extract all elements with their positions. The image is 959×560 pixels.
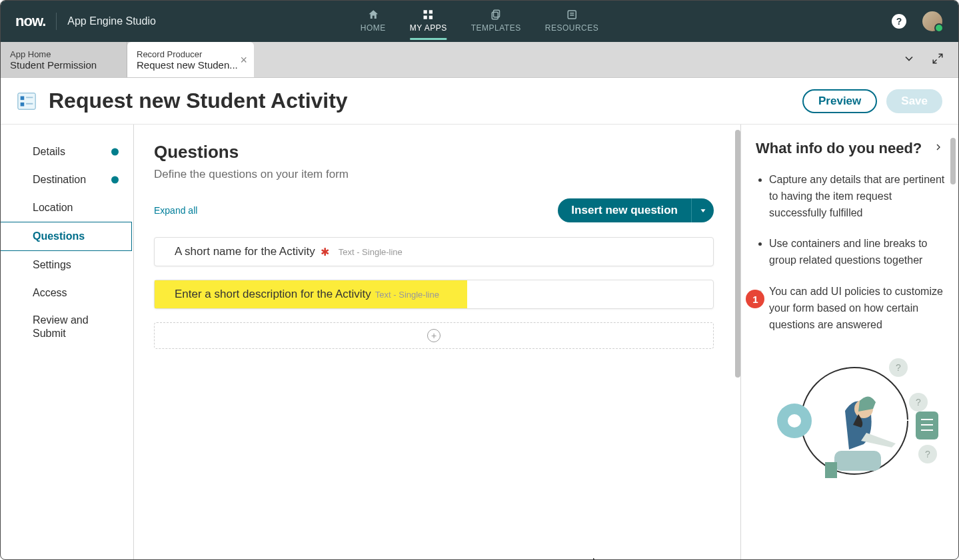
nav-label: RESOURCES [545,23,599,33]
preview-button[interactable]: Preview [802,89,877,113]
nav-resources[interactable]: RESOURCES [545,3,599,40]
fullscreen-icon[interactable] [932,53,944,67]
sidebar-item-label: Questions [33,230,85,242]
tab-strip: App Home Student Permission Record Produ… [1,42,958,78]
nav-label: HOME [361,23,386,33]
questions-heading: Questions [154,142,714,162]
center-pane: Questions Define the questions on your i… [134,125,740,560]
svg-rect-13 [21,102,25,106]
home-icon [367,9,379,21]
sidebar: Details Destination Location Questions S… [1,125,134,560]
page-title: Request new Student Activity [49,89,348,113]
logo: now. [15,13,45,30]
sidebar-item-label: Settings [33,259,71,270]
help-icon[interactable]: ? [892,14,906,29]
insert-question-button[interactable]: Insert new question [558,198,691,222]
top-nav-right: ? [892,11,958,31]
add-question-row[interactable]: + [154,322,714,349]
top-nav-center: HOME MY APPS TEMPLATES RESOURCES [361,3,598,40]
main: Details Destination Location Questions S… [1,125,958,560]
sidebar-item-label: Destination [33,174,86,185]
page-actions: Preview Save [802,89,942,113]
brand-app-name: App Engine Studio [67,15,156,27]
chevron-down-icon[interactable] [902,52,916,68]
plus-icon: + [427,329,441,342]
callout-badge: 1 [746,290,764,308]
question-card-highlighted[interactable]: Enter a short description for the Activi… [154,280,714,309]
save-button: Save [886,89,942,113]
svg-text:?: ? [896,362,901,373]
question-type: Text - Single-line [339,247,403,257]
sidebar-item-settings[interactable]: Settings [1,251,133,279]
svg-rect-3 [429,15,433,19]
question-type: Text - Single-line [375,290,439,300]
svg-rect-4 [493,10,499,17]
nav-label: TEMPLATES [471,23,521,33]
top-nav: now. App Engine Studio HOME MY APPS TEMP… [1,1,958,42]
svg-text:?: ? [925,449,930,459]
sidebar-item-location[interactable]: Location [1,194,133,222]
nav-templates[interactable]: TEMPLATES [471,3,521,40]
apps-grid-icon [423,9,435,21]
svg-marker-16 [700,209,705,212]
svg-rect-30 [834,451,881,471]
page-header: Request new Student Activity Preview Sav… [1,78,958,125]
templates-icon [490,9,502,21]
svg-rect-0 [424,10,427,13]
close-icon[interactable]: × [240,53,247,67]
tab-subtitle: Request new Studen... [137,59,245,71]
help-illustration: ? ? ? [756,348,946,483]
sidebar-item-label: Location [33,202,73,213]
expand-all-link[interactable]: Expand all [154,205,197,216]
brand: now. App Engine Studio [1,13,156,30]
help-bullet: Capture any details that are pertinent t… [769,172,946,221]
questions-toolbar: Expand all Insert new question [154,198,714,222]
required-asterisk-icon: ✱ [321,246,329,258]
chevron-right-icon[interactable] [930,139,946,158]
svg-rect-12 [21,96,25,100]
tab-title: App Home [10,49,117,59]
help-bullet: Use containers and line breaks to group … [769,236,946,269]
question-label: A short name for the Activity [175,245,315,258]
question-label: Enter a short description for the Activi… [175,288,371,301]
sidebar-item-details[interactable]: Details [1,138,133,166]
tab-subtitle: Student Permission [10,59,117,71]
svg-line-10 [933,59,936,63]
nav-my-apps[interactable]: MY APPS [410,3,447,40]
tab-strip-actions [902,42,958,77]
cursor-icon [592,557,602,560]
svg-rect-5 [492,12,498,19]
help-scrollbar[interactable] [950,138,956,184]
svg-rect-2 [424,15,427,19]
sidebar-item-access[interactable]: Access [1,279,133,307]
insert-question-dropdown[interactable] [691,198,714,222]
center-scrollbar[interactable] [735,130,740,557]
help-bullet: You can add UI policies to customize you… [769,284,946,333]
form-icon [17,91,37,111]
sidebar-item-destination[interactable]: Destination [1,166,133,194]
question-card[interactable]: A short name for the Activity ✱ Text - S… [154,237,714,266]
sidebar-item-label: Review and Submit [33,314,89,339]
brand-separator [56,13,57,30]
svg-point-19 [788,414,801,427]
nav-label: MY APPS [410,23,447,33]
sidebar-item-label: Details [33,146,65,157]
help-title: What info do you need? [756,139,930,158]
help-panel: What info do you need? Capture any detai… [740,125,958,560]
tab-app-home[interactable]: App Home Student Permission [1,42,127,77]
sidebar-item-label: Access [33,287,67,298]
svg-rect-31 [825,462,837,478]
resources-icon [566,9,578,21]
tab-title: Record Producer [137,49,245,59]
nav-home[interactable]: HOME [361,3,386,40]
sidebar-item-questions[interactable]: Questions [1,222,132,251]
svg-rect-1 [429,10,433,13]
insert-question-group: Insert new question [558,198,714,222]
avatar[interactable] [922,11,942,31]
sidebar-item-review-submit[interactable]: Review and Submit [1,307,133,347]
questions-subheading: Define the questions on your item form [154,168,714,181]
svg-rect-11 [18,93,35,109]
tab-record-producer[interactable]: Record Producer Request new Studen... × [127,42,254,77]
help-bullets: Capture any details that are pertinent t… [756,172,946,333]
svg-text:?: ? [916,397,921,408]
